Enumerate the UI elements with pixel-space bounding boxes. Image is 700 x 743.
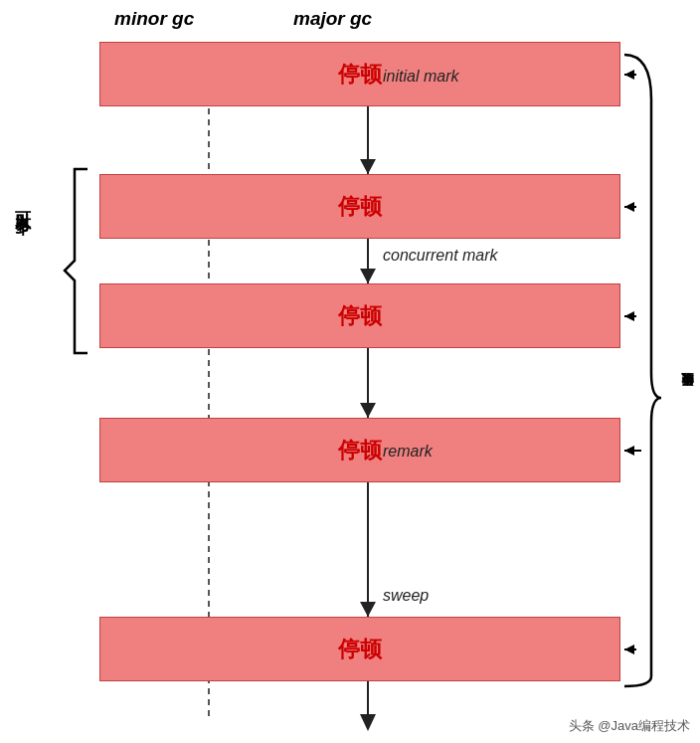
major-gc-label: major gc xyxy=(293,8,372,30)
svg-marker-16 xyxy=(360,159,376,174)
phase-block-1: 停顿 xyxy=(99,42,620,106)
svg-marker-20 xyxy=(360,403,376,418)
svg-marker-32 xyxy=(624,645,634,654)
phase-label-4: remark xyxy=(383,443,433,461)
svg-marker-4 xyxy=(360,714,376,731)
block-label-4: 停顿 xyxy=(100,436,619,465)
phase-label-2: concurrent mark xyxy=(383,247,498,265)
phase-block-5: 停顿 xyxy=(99,617,620,681)
minor-gc-label: minor gc xyxy=(114,8,194,30)
phase-block-3: 停顿 xyxy=(99,283,620,348)
watermark: 头条 @Java编程技术 xyxy=(569,717,690,735)
left-bracket-label: 可以有多个 xyxy=(12,199,34,209)
svg-marker-30 xyxy=(624,446,634,456)
right-bracket-label: 垃圾回收不会重复 xyxy=(676,149,698,644)
block-label-1: 停顿 xyxy=(100,60,619,90)
svg-marker-22 xyxy=(360,602,376,617)
phase-label-1: initial mark xyxy=(383,68,458,86)
block-label-2: 停顿 xyxy=(100,192,619,222)
svg-marker-26 xyxy=(624,202,634,212)
block-label-3: 停顿 xyxy=(100,301,619,331)
phase-block-2: 停顿 xyxy=(99,174,620,239)
phase-label-sweep: sweep xyxy=(383,587,429,605)
svg-marker-18 xyxy=(360,269,376,283)
svg-marker-28 xyxy=(624,311,634,321)
block-label-5: 停顿 xyxy=(100,635,619,664)
svg-marker-24 xyxy=(624,70,634,80)
phase-block-4: 停顿 xyxy=(99,418,620,482)
diagram-container: minor gc major gc 停顿 initial mark 停顿 con… xyxy=(0,0,700,743)
